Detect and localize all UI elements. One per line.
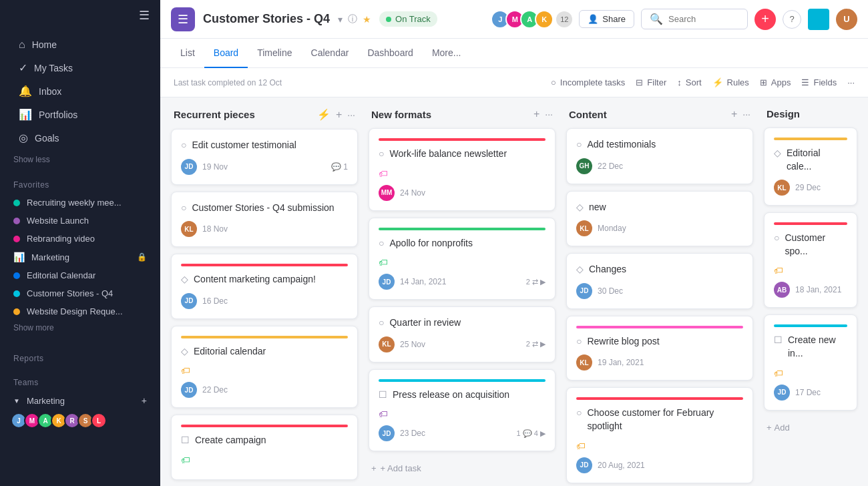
user-avatar[interactable]: U xyxy=(836,9,857,30)
filter-button[interactable]: ⊟ Filter xyxy=(636,77,666,87)
sidebar-item-recruiting[interactable]: Recruiting weekly mee... xyxy=(0,194,160,212)
sidebar-item-inbox[interactable]: 🔔 Inbox xyxy=(5,79,155,103)
sidebar-item-goals[interactable]: ◎ Goals xyxy=(5,126,155,150)
apps-icon: ⊞ xyxy=(760,77,767,87)
column-add-button[interactable]: + xyxy=(731,108,737,120)
card-meta: 2 ⇄ ▶ xyxy=(526,278,546,286)
diamond-icon: ◇ xyxy=(774,148,781,158)
tab-more[interactable]: More... xyxy=(423,39,471,68)
sidebar-item-marketing[interactable]: 📊 Marketing 🔒 xyxy=(0,248,160,266)
avatar-count: 12 xyxy=(556,11,572,27)
column-more-button[interactable]: ··· xyxy=(545,109,553,119)
card-new: ◇ new KL Monday xyxy=(566,191,753,247)
card-footer: AB 18 Jan, 2021 xyxy=(774,282,847,298)
card-choose-customer: ○ Choose customer for February spotlight… xyxy=(566,387,753,483)
card-title: Apollo for nonprofits xyxy=(389,237,473,250)
show-less-button[interactable]: Show less xyxy=(0,152,160,170)
tag-area: 🏷 xyxy=(379,168,546,180)
share-button[interactable]: 👤 Share xyxy=(579,10,634,28)
tag-icon: 🏷 xyxy=(379,168,388,179)
add-column-button[interactable]: + Add xyxy=(764,417,857,438)
team-avatars: J M A K R S L xyxy=(0,410,160,431)
tag-area: 🏷 xyxy=(774,367,847,379)
tag-icon: 🏷 xyxy=(181,365,190,376)
tab-dashboard[interactable]: Dashboard xyxy=(358,39,423,68)
column-more-button[interactable]: ··· xyxy=(347,109,355,120)
column-new-formats: New formats + ··· ○ Work-life balance ne… xyxy=(369,108,556,479)
card-title: Create campaign xyxy=(195,434,266,447)
sidebar-item-website-design[interactable]: Website Design Reque... xyxy=(0,302,160,320)
column-more-button[interactable]: ··· xyxy=(742,109,750,119)
sidebar-item-my-tasks[interactable]: ✓ My Tasks xyxy=(5,56,155,79)
add-button[interactable]: + xyxy=(754,9,776,30)
avatar: JD xyxy=(576,283,592,299)
sub-nav: List Board Timeline Calendar Dashboard M… xyxy=(160,39,868,68)
tag-area: 🏷 xyxy=(181,454,348,466)
info-icon[interactable]: ⓘ xyxy=(348,13,357,25)
diamond-icon: ◇ xyxy=(576,264,584,274)
card-footer: JD 30 Dec xyxy=(576,283,743,299)
avatar: JD xyxy=(181,293,197,309)
card-title-row: ○ Apollo for nonprofits xyxy=(379,237,546,250)
dot-icon xyxy=(13,290,20,297)
sidebar-item-home[interactable]: ⌂ Home xyxy=(5,33,155,56)
tab-list[interactable]: List xyxy=(171,39,204,68)
tab-board[interactable]: Board xyxy=(204,39,248,68)
incomplete-tasks-button[interactable]: ○ Incomplete tasks xyxy=(551,77,625,87)
card-title: Work-life balance newsletter xyxy=(389,148,507,161)
sort-button[interactable]: ↕ Sort xyxy=(677,77,701,87)
add-team-icon[interactable]: + xyxy=(142,395,147,406)
avatar: KL xyxy=(181,221,197,237)
tab-timeline[interactable]: Timeline xyxy=(248,39,301,68)
tag-area: 🏷 xyxy=(576,440,743,452)
goals-icon: ◎ xyxy=(19,132,28,144)
card-rewrite-blog: ○ Rewrite blog post KL 19 Jan, 2021 xyxy=(566,316,753,381)
card-date: 17 Dec xyxy=(795,388,847,397)
fields-button[interactable]: ☰ Fields xyxy=(801,77,837,87)
card-accent xyxy=(379,138,546,141)
column-header-design: Design xyxy=(764,108,857,128)
card-footer: KL 29 Dec xyxy=(774,180,847,196)
column-title-content: Content xyxy=(569,109,726,120)
favorite-label: Website Launch xyxy=(27,216,89,226)
column-add-button[interactable]: + xyxy=(336,109,342,121)
chevron-down-icon[interactable]: ▾ xyxy=(338,14,343,25)
card-footer: JD 23 Dec 1 💬 4 ▶ xyxy=(379,425,546,441)
diamond-icon: ◇ xyxy=(576,202,584,212)
card-title: Add testimonials xyxy=(587,138,656,152)
card-title: Press release on acquisition xyxy=(393,389,509,402)
card-date: Monday xyxy=(598,224,743,233)
more-options-button[interactable]: ··· xyxy=(847,77,855,87)
card-date: 19 Nov xyxy=(202,162,326,172)
tag-area: 🏷 xyxy=(379,256,546,268)
show-more-button[interactable]: Show more xyxy=(0,320,160,338)
sub-icons: 2 ⇄ ▶ xyxy=(526,340,546,348)
tag-icon: 🏷 xyxy=(379,257,388,268)
sidebar-item-customer-stories[interactable]: Customer Stories - Q4 xyxy=(0,284,160,302)
card-accent xyxy=(379,379,546,382)
dot-icon xyxy=(13,272,20,279)
add-task-button[interactable]: + + Add task xyxy=(369,458,556,479)
search-input[interactable] xyxy=(668,14,739,24)
sidebar-item-marketing-team[interactable]: ▼ Marketing + xyxy=(0,391,160,410)
star-icon[interactable]: ★ xyxy=(363,14,371,25)
sidebar-item-portfolios[interactable]: 📊 Portfolios xyxy=(5,103,155,126)
avatar: JD xyxy=(379,274,395,290)
dot-icon xyxy=(13,236,20,242)
rules-button[interactable]: ⚡ Rules xyxy=(712,77,749,87)
apps-button[interactable]: ⊞ Apps xyxy=(760,77,791,87)
help-button[interactable]: ? xyxy=(783,10,801,29)
card-create-campaign: ☐ Create campaign 🏷 xyxy=(171,415,358,480)
tab-calendar[interactable]: Calendar xyxy=(302,39,359,68)
sidebar-item-rebranding[interactable]: Rebranding video xyxy=(0,230,160,248)
search-box[interactable]: 🔍 xyxy=(641,9,748,29)
circle-icon: ○ xyxy=(181,140,186,150)
menu-icon[interactable]: ☰ xyxy=(139,8,150,23)
sidebar-item-website-launch[interactable]: Website Launch xyxy=(0,212,160,230)
circle-icon: ○ xyxy=(576,139,582,150)
dot-icon xyxy=(13,218,20,224)
column-header-content: Content + ··· xyxy=(566,108,753,128)
column-add-button[interactable]: + xyxy=(533,108,539,120)
sidebar-item-editorial-calendar[interactable]: Editorial Calendar xyxy=(0,266,160,284)
task-icon: ☐ xyxy=(774,334,783,345)
